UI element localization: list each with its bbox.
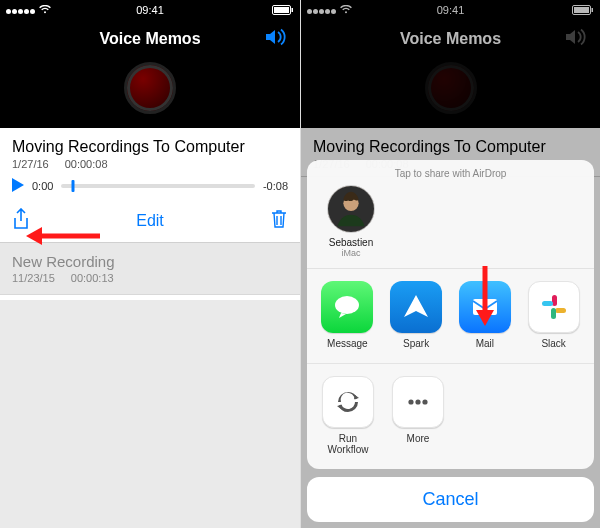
share-app-mail[interactable]: Mail bbox=[457, 281, 514, 349]
list-item[interactable]: New Recording 11/23/15 00:00:13 bbox=[0, 243, 300, 295]
recording-detail: Moving Recordings To Computer 1/27/16 00… bbox=[0, 128, 300, 243]
list-item-title: New Recording bbox=[12, 253, 288, 270]
avatar bbox=[327, 185, 375, 233]
phone-right: 09:41 Voice Memos Moving Recordings To C… bbox=[300, 0, 600, 528]
share-app-slack[interactable]: Slack bbox=[525, 281, 582, 349]
svg-rect-2 bbox=[292, 8, 294, 12]
play-icon[interactable] bbox=[12, 178, 24, 194]
battery-icon bbox=[272, 5, 294, 15]
mail-icon bbox=[459, 281, 511, 333]
share-action-more[interactable]: More bbox=[389, 376, 447, 455]
elapsed-time: 0:00 bbox=[32, 180, 53, 192]
share-app-message[interactable]: Message bbox=[319, 281, 376, 349]
record-area bbox=[0, 58, 300, 128]
record-button[interactable] bbox=[124, 62, 176, 114]
share-icon[interactable] bbox=[12, 208, 30, 234]
trash-icon[interactable] bbox=[270, 209, 288, 233]
share-action-workflow[interactable]: Run Workflow bbox=[319, 376, 377, 455]
svg-rect-11 bbox=[473, 299, 497, 315]
playback-controls: 0:00 -0:08 bbox=[12, 178, 288, 194]
phone-left: 09:41 Voice Memos Moving Recordings To C… bbox=[0, 0, 300, 528]
airdrop-hint: Tap to share with AirDrop bbox=[317, 168, 584, 179]
airdrop-device: iMac bbox=[341, 248, 360, 258]
cancel-button[interactable]: Cancel bbox=[307, 477, 594, 522]
app-label: Run Workflow bbox=[319, 433, 377, 455]
recording-title: Moving Recordings To Computer bbox=[12, 138, 288, 156]
edit-button[interactable]: Edit bbox=[136, 212, 164, 230]
app-label: Mail bbox=[476, 338, 494, 349]
app-title: Voice Memos bbox=[99, 30, 200, 48]
status-bar: 09:41 bbox=[0, 0, 300, 20]
app-label: More bbox=[407, 433, 430, 444]
signal-dots-icon bbox=[6, 4, 36, 16]
nav-bar: Voice Memos bbox=[0, 20, 300, 58]
workflow-icon bbox=[322, 376, 374, 428]
recording-date: 1/27/16 bbox=[12, 158, 49, 170]
app-label: Spark bbox=[403, 338, 429, 349]
slack-icon bbox=[528, 281, 580, 333]
list-background bbox=[0, 300, 300, 528]
scrubber[interactable] bbox=[61, 184, 255, 188]
message-icon bbox=[321, 281, 373, 333]
airdrop-section: Tap to share with AirDrop Sebastien iMac bbox=[307, 160, 594, 268]
list-item-duration: 00:00:13 bbox=[71, 272, 114, 284]
svg-point-16 bbox=[408, 399, 413, 404]
remaining-time: -0:08 bbox=[263, 180, 288, 192]
svg-rect-1 bbox=[274, 7, 289, 13]
svg-point-10 bbox=[335, 296, 359, 314]
wifi-icon bbox=[39, 4, 51, 16]
svg-rect-13 bbox=[555, 308, 566, 313]
list-item-date: 11/23/15 bbox=[12, 272, 55, 284]
more-icon bbox=[392, 376, 444, 428]
share-app-spark[interactable]: Spark bbox=[388, 281, 445, 349]
svg-rect-14 bbox=[551, 308, 556, 319]
app-label: Slack bbox=[541, 338, 565, 349]
share-actions-row: Run Workflow More bbox=[307, 363, 594, 469]
spark-icon bbox=[390, 281, 442, 333]
app-label: Message bbox=[327, 338, 368, 349]
status-time: 09:41 bbox=[136, 4, 164, 16]
airdrop-target[interactable]: Sebastien iMac bbox=[321, 185, 381, 258]
share-apps-row: Message Spark Mail bbox=[307, 268, 594, 363]
recording-duration: 00:00:08 bbox=[65, 158, 108, 170]
speaker-icon[interactable] bbox=[266, 28, 288, 50]
svg-rect-15 bbox=[542, 301, 553, 306]
airdrop-name: Sebastien bbox=[329, 237, 373, 248]
svg-point-18 bbox=[422, 399, 427, 404]
share-sheet: Tap to share with AirDrop Sebastien iMac bbox=[307, 160, 594, 522]
svg-point-17 bbox=[415, 399, 420, 404]
